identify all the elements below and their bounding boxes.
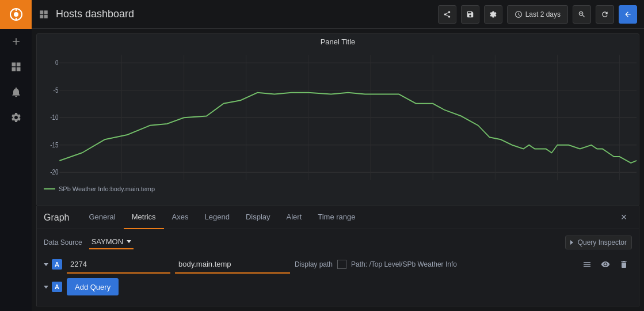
query-header: Data Source SAYMON Query Inspector [44, 235, 632, 249]
page-title: Hosts dashboard [56, 8, 433, 20]
query-id-input[interactable] [67, 255, 170, 274]
tab-alert[interactable]: Alert [279, 206, 310, 229]
add-query-row: A Add Query [44, 278, 632, 295]
add-collapse-chevron-icon [44, 286, 48, 289]
display-path-checkbox[interactable] [337, 260, 346, 269]
content-area: Panel Title [32, 29, 644, 311]
svg-text:-5: -5 [54, 85, 59, 94]
query-path-input[interactable] [175, 255, 290, 274]
sidebar-item-config[interactable] [0, 105, 32, 130]
svg-text:0: 0 [55, 58, 59, 67]
share-button[interactable] [438, 5, 456, 24]
row-actions [579, 256, 632, 272]
legend-label: SPb Weather Info:body.main.temp [59, 185, 155, 192]
refresh-button[interactable] [596, 5, 614, 24]
chart-panel: Panel Title [36, 33, 639, 206]
datasource-chevron-icon [127, 240, 131, 243]
tab-display[interactable]: Display [238, 206, 279, 229]
query-row: A Display path Path: /Top Level/SPb Weat… [44, 255, 632, 274]
zoom-button[interactable] [573, 5, 591, 24]
query-inspector-label: Query Inspector [578, 238, 627, 246]
sidebar-item-add[interactable] [0, 29, 32, 54]
chart-title: Panel Title [37, 34, 639, 47]
time-range-label: Last 2 days [525, 10, 561, 18]
display-path-label: Display path [295, 260, 333, 268]
chart-svg: 0 -5 -10 -15 -20 [37, 47, 639, 196]
add-query-collapse: A [44, 282, 62, 292]
query-collapse-toggle[interactable]: A [44, 259, 62, 270]
settings-button[interactable] [484, 5, 502, 24]
tab-time-range[interactable]: Time range [310, 206, 363, 229]
tab-axes[interactable]: Axes [164, 206, 197, 229]
query-inspector-button[interactable]: Query Inspector [565, 236, 632, 249]
query-letter-badge: A [52, 259, 62, 270]
add-query-letter-badge: A [52, 282, 62, 292]
query-section: Data Source SAYMON Query Inspector A [37, 229, 639, 306]
chart-area: 0 -5 -10 -15 -20 SPb Weather Info:body.m… [37, 47, 639, 196]
back-button[interactable] [619, 5, 637, 24]
sidebar-logo[interactable] [0, 0, 32, 29]
topbar: Hosts dashboard Last 2 days [32, 0, 644, 29]
legend-color [44, 188, 55, 189]
add-query-button[interactable]: Add Query [67, 278, 119, 295]
edit-tabs: Graph General Metrics Axes Legend Displa… [37, 206, 639, 229]
collapse-chevron-icon [44, 263, 48, 266]
tab-metrics[interactable]: Metrics [124, 206, 164, 229]
time-range-button[interactable]: Last 2 days [507, 5, 568, 24]
row-menu-button[interactable] [579, 256, 595, 272]
sidebar [0, 0, 32, 311]
datasource-label: Data Source [44, 238, 82, 246]
svg-text:-15: -15 [50, 140, 59, 149]
row-visibility-button[interactable] [597, 256, 613, 272]
chart-legend: SPb Weather Info:body.main.temp [44, 185, 155, 192]
svg-text:-20: -20 [50, 168, 59, 177]
path-full-value: Path: /Top Level/SPb Weather Info [351, 260, 574, 268]
datasource-value: SAYMON [92, 237, 123, 246]
datasource-select[interactable]: SAYMON [89, 235, 134, 249]
dashboard-icon [39, 9, 49, 20]
edit-panel: Graph General Metrics Axes Legend Displa… [36, 206, 639, 306]
sidebar-item-alerting[interactable] [0, 79, 32, 105]
svg-point-1 [14, 12, 18, 17]
tab-general[interactable]: General [81, 206, 123, 229]
close-edit-panel-button[interactable]: × [616, 210, 632, 226]
row-delete-button[interactable] [616, 256, 632, 272]
svg-text:-10: -10 [50, 113, 59, 122]
sidebar-item-dashboards[interactable] [0, 54, 32, 79]
query-inspector-chevron-icon [570, 240, 573, 245]
save-button[interactable] [461, 5, 479, 24]
tab-legend[interactable]: Legend [197, 206, 238, 229]
main-content: Hosts dashboard Last 2 days Panel Title [32, 0, 644, 311]
edit-panel-title: Graph [44, 213, 69, 223]
